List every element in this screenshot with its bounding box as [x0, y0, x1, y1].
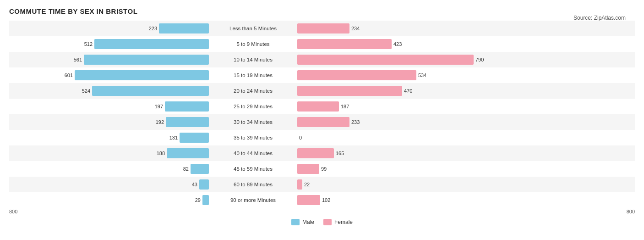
table-row: 56110 to 14 Minutes790 [9, 52, 635, 67]
male-bar [167, 148, 209, 158]
female-value: 165 [336, 151, 349, 156]
male-value: 192 [150, 119, 164, 125]
table-row: 60115 to 19 Minutes534 [9, 67, 635, 83]
female-value: 233 [351, 119, 365, 125]
male-value: 82 [175, 166, 189, 172]
female-bar [297, 39, 392, 49]
row-label: 90 or more Minutes [211, 197, 295, 203]
female-bar [297, 195, 320, 205]
female-value: 187 [341, 104, 355, 109]
male-bar [191, 164, 209, 174]
male-color-box [291, 219, 300, 225]
female-color-box [323, 219, 332, 225]
chart-title: COMMUTE TIME BY SEX IN BRISTOL [9, 7, 635, 15]
female-bar [297, 23, 349, 33]
table-row: 18840 to 44 Minutes165 [9, 145, 635, 161]
source-label: Source: ZipAtlas.com [573, 15, 626, 21]
female-bar [297, 101, 339, 112]
table-row: 13135 to 39 Minutes0 [9, 130, 635, 145]
male-value: 197 [149, 104, 163, 109]
axis-min: 800 [9, 209, 17, 214]
row-label: 35 to 39 Minutes [211, 135, 295, 140]
female-bar [297, 70, 416, 80]
male-bar [159, 23, 209, 33]
male-value: 29 [187, 197, 201, 203]
table-row: 2990 or more Minutes102 [9, 192, 635, 208]
male-value: 223 [143, 26, 157, 31]
female-value: 0 [299, 135, 313, 140]
table-row: 223Less than 5 Minutes234 [9, 21, 635, 36]
row-label: 60 to 89 Minutes [211, 182, 295, 187]
female-bar [297, 164, 319, 174]
male-bar [75, 70, 209, 80]
row-label: Less than 5 Minutes [211, 26, 295, 31]
female-bar [297, 86, 402, 96]
male-label: Male [302, 219, 314, 225]
legend: Male Female [9, 219, 635, 225]
legend-male: Male [291, 219, 314, 225]
female-value: 234 [351, 26, 365, 31]
male-bar [166, 117, 209, 127]
female-value: 102 [322, 197, 336, 203]
chart-area: 223Less than 5 Minutes2345125 to 9 Minut… [9, 21, 635, 225]
axis-labels: 800 800 [9, 209, 635, 214]
row-label: 30 to 34 Minutes [211, 119, 295, 125]
male-value: 188 [151, 151, 165, 156]
table-row: 19230 to 34 Minutes233 [9, 114, 635, 130]
male-value: 131 [164, 135, 178, 140]
table-row: 19725 to 29 Minutes187 [9, 99, 635, 114]
row-label: 45 to 59 Minutes [211, 166, 295, 172]
female-value: 22 [304, 182, 318, 187]
male-bar [165, 101, 209, 112]
female-value: 790 [475, 57, 489, 62]
axis-max: 800 [627, 209, 635, 214]
row-label: 25 to 29 Minutes [211, 104, 295, 109]
table-row: 8245 to 59 Minutes99 [9, 161, 635, 177]
male-value: 512 [79, 41, 93, 47]
female-bar [297, 55, 474, 65]
row-label: 5 to 9 Minutes [211, 41, 295, 47]
table-row: 5125 to 9 Minutes423 [9, 36, 635, 52]
male-value: 43 [184, 182, 197, 187]
female-bar [297, 148, 334, 158]
female-bar [297, 179, 302, 190]
table-row: 52420 to 24 Minutes470 [9, 83, 635, 99]
female-label: Female [334, 219, 353, 225]
female-value: 534 [418, 73, 432, 78]
male-bar [199, 179, 209, 190]
male-bar [94, 39, 209, 49]
male-bar [92, 86, 209, 96]
female-value: 470 [404, 88, 418, 94]
male-value: 601 [59, 73, 73, 78]
male-value: 561 [68, 57, 82, 62]
legend-female: Female [323, 219, 353, 225]
female-value: 423 [393, 41, 407, 47]
male-value: 524 [76, 88, 90, 94]
male-bar [180, 133, 209, 143]
row-label: 10 to 14 Minutes [211, 57, 295, 62]
row-label: 20 to 24 Minutes [211, 88, 295, 94]
male-bar [84, 55, 209, 65]
row-label: 15 to 19 Minutes [211, 73, 295, 78]
male-bar [202, 195, 209, 205]
table-row: 4360 to 89 Minutes22 [9, 177, 635, 192]
row-label: 40 to 44 Minutes [211, 151, 295, 156]
female-value: 99 [321, 166, 335, 172]
female-bar [297, 117, 349, 127]
